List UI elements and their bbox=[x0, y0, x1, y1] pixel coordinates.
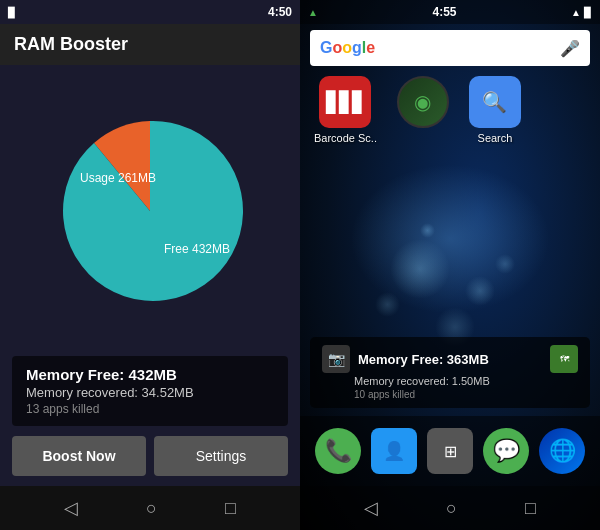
dock-area: 📞 👤 ⊞ 💬 🌐 bbox=[300, 416, 600, 486]
right-time: 4:55 bbox=[432, 5, 456, 19]
middle-area bbox=[300, 154, 600, 337]
recent-button-right[interactable]: □ bbox=[525, 498, 536, 519]
dock-sms[interactable]: 💬 bbox=[483, 428, 529, 474]
wifi-icon-right: ▲ bbox=[571, 7, 581, 18]
barcode-label: Barcode Sc.. bbox=[314, 132, 377, 144]
app-header: RAM Booster bbox=[0, 24, 300, 65]
mem-free-right: Memory Free: 363MB bbox=[358, 352, 542, 367]
notif-row: 📷 Memory Free: 363MB 🗺 bbox=[322, 345, 578, 373]
notification-overlay: 📷 Memory Free: 363MB 🗺 Memory recovered:… bbox=[310, 337, 590, 408]
barcode-icon: ▋▋▋ bbox=[319, 76, 371, 128]
left-panel: ▉ 4:50 RAM Booster Usage 261MB Free 432M… bbox=[0, 0, 300, 530]
bottom-buttons: Boost Now Settings bbox=[12, 436, 288, 476]
dock-browser[interactable]: 🌐 bbox=[539, 428, 585, 474]
icare-icon: ◉ bbox=[397, 76, 449, 128]
search-app[interactable]: 🔍 Search bbox=[469, 76, 521, 144]
apps-killed-right: 10 apps killed bbox=[322, 389, 578, 400]
charging-icon: ▲ bbox=[308, 7, 318, 18]
right-panel: ▲ 4:55 ▲ ▉ Google 🎤 ▋▋▋ Barcode Sc bbox=[300, 0, 600, 530]
dock-contacts[interactable]: 👤 bbox=[371, 428, 417, 474]
info-box-left: Memory Free: 432MB Memory recovered: 34.… bbox=[12, 356, 288, 426]
camera-icon: 📷 bbox=[322, 345, 350, 373]
back-button-right[interactable]: ◁ bbox=[364, 497, 378, 519]
notif-thumb: 🗺 bbox=[550, 345, 578, 373]
recent-button-left[interactable]: □ bbox=[225, 498, 236, 519]
settings-button[interactable]: Settings bbox=[154, 436, 288, 476]
right-status-icons: ▲ ▉ bbox=[571, 7, 592, 18]
google-label: Google bbox=[320, 39, 375, 57]
apps-killed-left: 13 apps killed bbox=[26, 402, 274, 416]
mem-recovered-right: Memory recovered: 1.50MB bbox=[322, 375, 578, 387]
battery-icon-left: ▉ bbox=[8, 7, 16, 18]
nav-bar-left: ◁ ○ □ bbox=[0, 486, 300, 530]
app-icons-row: ▋▋▋ Barcode Sc.. ◉ 🔍 Search bbox=[300, 66, 600, 154]
search-app-icon: 🔍 bbox=[469, 76, 521, 128]
boost-now-button[interactable]: Boost Now bbox=[12, 436, 146, 476]
mem-recovered-left: Memory recovered: 34.52MB bbox=[26, 385, 274, 400]
chart-area: Usage 261MB Free 432MB bbox=[0, 65, 300, 356]
free-label: Free 432MB bbox=[164, 242, 230, 256]
status-bar-right: ▲ 4:55 ▲ ▉ bbox=[300, 0, 600, 24]
search-symbol: 🔍 bbox=[482, 90, 507, 114]
left-time: 4:50 bbox=[268, 5, 292, 19]
home-button-left[interactable]: ○ bbox=[146, 498, 157, 519]
usage-label: Usage 261MB bbox=[80, 171, 156, 185]
status-bar-left: ▉ 4:50 bbox=[0, 0, 300, 24]
nav-bar-right: ◁ ○ □ bbox=[300, 486, 600, 530]
dock-phone[interactable]: 📞 bbox=[315, 428, 361, 474]
left-status-icons: ▉ bbox=[8, 7, 16, 18]
right-content: ▲ 4:55 ▲ ▉ Google 🎤 ▋▋▋ Barcode Sc bbox=[300, 0, 600, 530]
app-title: RAM Booster bbox=[14, 34, 128, 55]
mic-icon[interactable]: 🎤 bbox=[560, 39, 580, 58]
pie-svg bbox=[50, 111, 250, 311]
icare-app[interactable]: ◉ bbox=[397, 76, 449, 132]
barcode-app[interactable]: ▋▋▋ Barcode Sc.. bbox=[314, 76, 377, 144]
home-button-right[interactable]: ○ bbox=[446, 498, 457, 519]
back-button-left[interactable]: ◁ bbox=[64, 497, 78, 519]
battery-icon-right: ▉ bbox=[584, 7, 592, 18]
barcode-symbol: ▋▋▋ bbox=[326, 90, 365, 114]
pie-chart: Usage 261MB Free 432MB bbox=[50, 111, 250, 311]
search-label: Search bbox=[478, 132, 513, 144]
google-search-bar[interactable]: Google 🎤 bbox=[310, 30, 590, 66]
dock-apps[interactable]: ⊞ bbox=[427, 428, 473, 474]
mem-free-left: Memory Free: 432MB bbox=[26, 366, 274, 383]
icare-symbol: ◉ bbox=[414, 90, 431, 114]
